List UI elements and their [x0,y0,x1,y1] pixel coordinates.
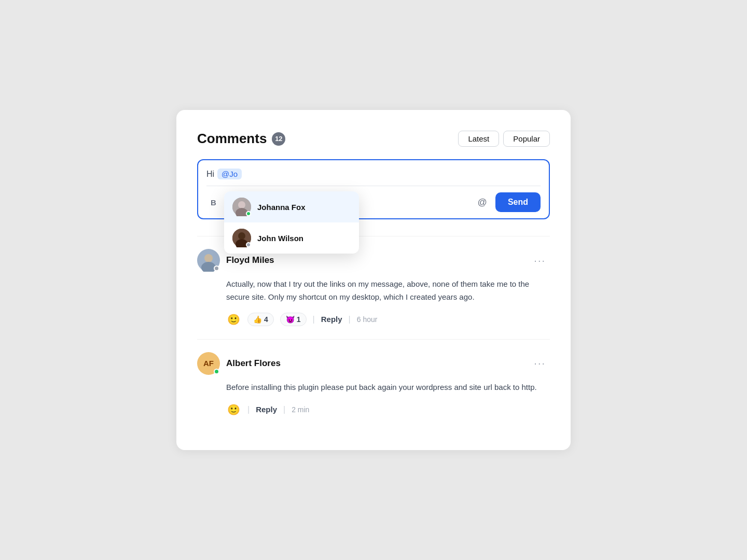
compose-prefix: Hi [206,170,214,179]
comment-2-actions: 🙂 | Reply | 2 min [197,402,550,417]
mention-item-johanna[interactable]: Johanna Fox [224,191,359,222]
svg-point-4 [238,232,245,240]
comment-1-actions: 🙂 👍 4 😈 1 | Reply | 6 hour [197,312,550,327]
comment-1-emoji-button[interactable]: 🙂 [226,312,241,327]
action-divider-4: | [283,405,285,414]
comment-1-thumbsup-reaction[interactable]: 👍 4 [247,313,274,326]
page-title: Comments [197,131,267,147]
albert-status-dot [214,369,219,374]
mention-dropdown: Johanna Fox John Wilson [224,191,359,254]
mention-item-john[interactable]: John Wilson [224,222,359,254]
compose-box: Hi @Jo Johanna Fox [197,159,550,219]
compose-input-line[interactable]: Hi @Jo [206,169,541,179]
devil-emoji: 😈 [286,315,295,324]
at-mention-button[interactable]: @ [474,195,491,210]
floyd-name: Floyd Miles [226,255,274,265]
johanna-avatar [232,198,251,216]
action-divider-1: | [313,315,315,324]
action-divider-2: | [349,315,351,324]
comment-2-reply-button[interactable]: Reply [256,405,277,414]
johanna-name: Johanna Fox [257,203,306,212]
comment-2-text: Before installing this plugin please put… [197,381,550,394]
albert-avatar: AF [197,352,220,375]
floyd-avatar [197,249,220,272]
comment-2-header: AF Albert Flores ··· [197,352,550,375]
sort-latest-button[interactable]: Latest [458,131,499,147]
sort-buttons: Latest Popular [458,131,550,147]
comment-1-time: 6 hour [357,315,378,324]
comments-card: Comments 12 Latest Popular Hi @Jo [176,110,571,450]
mention-tag[interactable]: @Jo [217,169,242,179]
comment-2-time: 2 min [292,405,309,414]
albert-name: Albert Flores [226,358,281,369]
comment-count-badge: 12 [272,132,285,146]
svg-point-7 [204,254,213,262]
comment-2-more-button[interactable]: ··· [530,355,550,371]
comment-1-text: Actually, now that I try out the links o… [197,278,550,304]
send-button[interactable]: Send [495,192,541,212]
thumbsup-count: 4 [264,315,268,324]
compose-divider [206,186,541,186]
comment-2: AF Albert Flores ··· Before installing t… [197,339,550,429]
action-divider-3: | [247,405,250,414]
john-name: John Wilson [257,234,303,243]
header-left: Comments 12 [197,131,285,147]
comment-1-devil-reaction[interactable]: 😈 1 [280,313,307,326]
john-avatar [232,229,251,247]
thumbsup-emoji: 👍 [253,315,262,324]
comment-2-user: AF Albert Flores [197,352,281,375]
devil-count: 1 [297,315,301,324]
sort-popular-button[interactable]: Popular [503,131,550,147]
comment-2-emoji-button[interactable]: 🙂 [226,402,241,417]
comment-1-reply-button[interactable]: Reply [321,315,342,324]
bold-button[interactable]: B [206,196,220,209]
svg-point-1 [238,201,245,208]
comment-1-more-button[interactable]: ··· [530,253,550,269]
comments-header: Comments 12 Latest Popular [197,131,550,147]
